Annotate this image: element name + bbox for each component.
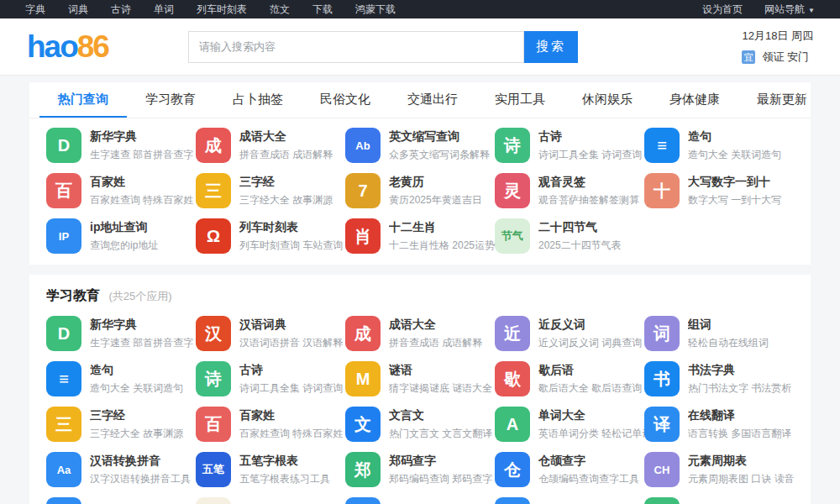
app-item[interactable]: Aa 汉语转换拼音 汉字汉语转换拼音工具 [46, 451, 196, 488]
app-item[interactable]: 百 百家姓 百家姓查询 特殊百家姓 [196, 406, 345, 443]
topbar-link[interactable]: 单词 [154, 3, 174, 17]
app-title[interactable]: 列车时刻表 [239, 220, 343, 235]
rare-character-icon: 僻 [495, 497, 530, 504]
app-item[interactable]: 笔 笔顺查询 [345, 496, 495, 504]
app-item[interactable]: 仓 仓颉查字 仓颉编码查询查字工具 [495, 451, 644, 488]
app-title[interactable]: 古诗 [239, 363, 343, 378]
category-tab[interactable]: 身体健康 [651, 82, 738, 118]
app-title[interactable]: 百家姓 [239, 408, 343, 423]
topbar-link[interactable]: 古诗 [111, 3, 131, 17]
category-tab[interactable]: 民俗文化 [302, 82, 389, 118]
app-title[interactable]: 五笔字根表 [239, 454, 330, 469]
app-title[interactable]: 十二生肖 [389, 220, 495, 235]
app-title[interactable]: 造句 [90, 363, 183, 378]
app-item[interactable]: 肖 十二生肖 十二生肖性格 2025运势 [345, 218, 495, 255]
app-title[interactable]: 成语大全 [389, 318, 482, 333]
app-item[interactable]: IP ip地址查询 查询您的ip地址 [46, 218, 196, 255]
category-tab[interactable]: 交通出行 [389, 82, 476, 118]
app-title[interactable]: 新华字典 [90, 129, 193, 144]
app-title[interactable]: 古诗 [538, 129, 642, 144]
app-title[interactable]: 谜语 [389, 363, 492, 378]
app-title[interactable]: 汉语转换拼音 [90, 454, 191, 469]
app-item[interactable]: 郑 郑码查字 郑码编码查询 郑码查字 [345, 451, 495, 488]
app-title[interactable]: 汉语词典 [239, 318, 343, 333]
app-item[interactable]: CH 元素周期表 元素周期表图 口诀 读音 [644, 451, 794, 488]
topbar-link[interactable]: 列车时刻表 [197, 3, 247, 17]
app-item[interactable]: 十 大写数字一到十 数字大写 一到十大写 [644, 172, 794, 209]
app-item[interactable]: M 谜语 猜字谜揭谜底 谜语大全 [345, 360, 495, 397]
app-title[interactable]: 文言文 [389, 408, 492, 423]
set-home-link[interactable]: 设为首页 [702, 3, 743, 17]
topbar-link[interactable]: 下载 [312, 3, 333, 17]
app-item[interactable]: 千 千字文 [196, 496, 345, 504]
magnifier-zheng-icon: 郑 [345, 452, 381, 487]
app-title[interactable]: 书法字典 [688, 363, 791, 378]
category-tab[interactable]: 实用工具 [476, 82, 564, 118]
app-item[interactable]: 歇 歇后语 歇后语大全 歇后语查询 [495, 360, 644, 397]
app-title[interactable]: 百家姓 [90, 175, 193, 190]
site-nav-link[interactable]: 网站导航▼ [764, 3, 815, 17]
app-item[interactable]: Ω 列车时刻表 列车时刻查询 车站查询 [196, 218, 345, 255]
app-item[interactable]: D 新华字典 生字速查 部首拼音查字 [46, 127, 196, 164]
app-title[interactable]: 英文缩写查询 [389, 129, 490, 144]
category-tab[interactable]: 热门查询 [39, 82, 127, 118]
app-item[interactable]: 节气 二十四节气 2025二十四节气表 [495, 218, 644, 255]
app-item[interactable]: 范 范文网 [644, 496, 794, 504]
app-item[interactable]: 汉 汉语词典 汉语词语拼音 汉语解释 [196, 315, 345, 352]
app-title[interactable]: 组词 [688, 318, 769, 333]
app-title[interactable]: 在线翻译 [688, 408, 791, 423]
app-item[interactable]: ≡ 造句 造句大全 关联词造句 [46, 360, 196, 397]
app-title[interactable]: 成语大全 [239, 129, 333, 144]
app-title[interactable]: 大写数字一到十 [688, 175, 781, 190]
app-item[interactable]: 三 三字经 三字经大全 故事渊源 [46, 406, 196, 443]
app-title[interactable]: 单词大全 [538, 408, 644, 423]
app-item[interactable]: 诗 古诗 诗词工具全集 诗词查询 [196, 360, 345, 397]
app-title[interactable]: 歇后语 [538, 363, 642, 378]
hao86-logo[interactable]: hao86 [27, 31, 108, 62]
category-tab[interactable]: 学习教育 [127, 82, 214, 118]
category-tab[interactable]: 休闲娱乐 [564, 82, 651, 118]
app-item[interactable]: 五笔 五笔字根表 五笔字根表练习工具 [196, 451, 345, 488]
search-button[interactable]: 搜索 [524, 31, 578, 63]
app-item[interactable]: D 新华字典 生字速查 部首拼音查字 [46, 315, 196, 352]
app-title[interactable]: 近反义词 [538, 318, 642, 333]
app-title[interactable]: ip地址查询 [90, 220, 158, 235]
app-icon-glyph: 歇 [504, 368, 521, 391]
app-title[interactable]: 造句 [688, 129, 781, 144]
app-item[interactable]: 百 百家姓 百家姓查询 特殊百家姓 [46, 172, 196, 209]
app-item[interactable]: 成 成语大全 拼音查成语 成语解释 [345, 315, 495, 352]
app-title[interactable]: 元素周期表 [688, 454, 794, 469]
app-item[interactable]: π 圆周率 [46, 496, 196, 504]
topbar-link[interactable]: 字典 [25, 3, 45, 17]
app-title[interactable]: 仓颉查字 [538, 454, 639, 469]
app-item[interactable]: 译 在线翻译 语言转换 多国语言翻译 [644, 406, 794, 443]
app-item[interactable]: 诗 古诗 诗词工具全集 诗词查询 [495, 127, 644, 164]
app-title[interactable]: 三字经 [90, 408, 183, 423]
app-item[interactable]: 词 组词 轻松自动在线组词 [644, 315, 794, 352]
category-tab[interactable]: 占卜抽签 [214, 82, 302, 118]
app-title[interactable]: 郑码查字 [389, 454, 492, 469]
topbar-link[interactable]: 鸿蒙下载 [355, 3, 396, 17]
app-item[interactable]: 僻 生僻字 [495, 496, 644, 504]
topbar-link[interactable]: 词典 [68, 3, 88, 17]
app-text: 书法字典 热门书法文字 书法赏析 [688, 363, 791, 396]
app-title[interactable]: 新华字典 [90, 318, 193, 333]
app-title[interactable]: 老黄历 [389, 175, 482, 190]
app-item[interactable]: 三 三字经 三字经大全 故事渊源 [196, 172, 345, 209]
app-item[interactable]: 灵 观音灵签 观音菩萨抽签解签测算 [495, 172, 644, 209]
app-item[interactable]: ≡ 造句 造句大全 关联词造句 [644, 127, 794, 164]
app-item[interactable]: 成 成语大全 拼音查成语 成语解释 [196, 127, 345, 164]
app-title[interactable]: 二十四节气 [538, 220, 622, 235]
app-item[interactable]: 近 近反义词 近义词反义词 词典查询 [495, 315, 644, 352]
app-item[interactable]: 7 老黄历 黄历2025年黄道吉日 [345, 172, 495, 209]
app-item[interactable]: 文 文言文 热门文言文 文言文翻译 [345, 406, 495, 443]
app-title[interactable]: 观音灵签 [538, 175, 639, 190]
app-item[interactable]: A 单词大全 英语单词分类 轻松记单词 [495, 406, 644, 443]
topbar-link[interactable]: 范文 [270, 3, 290, 17]
app-item[interactable]: 书 书法字典 热门书法文字 书法赏析 [644, 360, 794, 397]
almanac-row[interactable]: 宜 领证 安门 [742, 50, 813, 65]
app-item[interactable]: Ab 英文缩写查询 众多英文缩写词条解释 [345, 127, 495, 164]
search-input[interactable] [188, 31, 524, 63]
category-tab[interactable]: 最新更新 [738, 82, 826, 118]
app-title[interactable]: 三字经 [239, 175, 333, 190]
